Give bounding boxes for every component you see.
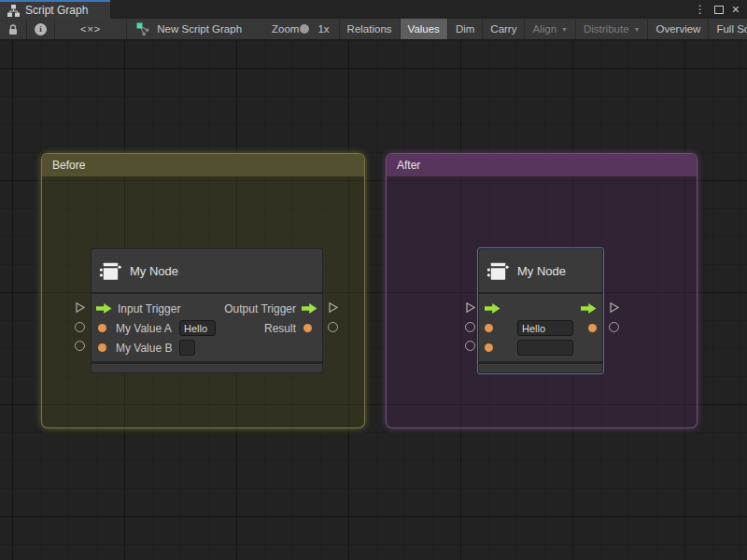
output-trigger-port[interactable] <box>581 303 597 314</box>
code-preview-button[interactable]: <×> <box>55 19 127 39</box>
input-trigger-port[interactable] <box>485 303 500 314</box>
dim-toggle[interactable]: Dim <box>448 19 483 39</box>
result-output-port[interactable] <box>303 324 312 332</box>
graph-toolbar: i <×> New Script Graph Zoom 1x Relations… <box>0 19 747 40</box>
carry-label: Carry <box>490 23 516 35</box>
external-value-port[interactable] <box>465 322 475 332</box>
graph-name-text: New Script Graph <box>157 23 242 35</box>
result-label: Result <box>264 322 296 335</box>
external-trigger-port[interactable] <box>464 301 476 314</box>
value-a-label: My Value A <box>116 322 175 335</box>
node-my-node-before[interactable]: My Node Input Trigger Output Trigger <box>91 248 323 373</box>
value-b-row: My Value B <box>92 338 322 357</box>
values-label: Values <box>408 23 440 35</box>
trigger-row: Input Trigger Output Trigger <box>92 299 322 318</box>
group-before-header[interactable]: Before <box>42 154 364 176</box>
graph-name-label: New Script Graph <box>135 21 242 36</box>
carry-toggle[interactable]: Carry <box>483 19 525 39</box>
overview-button[interactable]: Overview <box>648 19 709 39</box>
chevron-down-icon: ▼ <box>634 26 641 33</box>
fullscreen-button[interactable]: Full Screen <box>709 19 747 39</box>
tab-script-graph[interactable]: Script Graph <box>0 0 110 19</box>
node-after-footer <box>479 364 602 372</box>
window-menu-button[interactable]: ⋮ <box>695 4 706 15</box>
input-trigger-label: Input Trigger <box>118 302 180 315</box>
tab-title: Script Graph <box>25 4 88 17</box>
fullscreen-label: Full Screen <box>716 23 747 35</box>
window-maximize-button[interactable] <box>714 6 724 14</box>
zoom-slider-handle[interactable] <box>300 24 309 34</box>
script-graph-asset-icon <box>135 21 150 36</box>
external-value-port[interactable] <box>328 322 338 332</box>
unit-node-icon <box>486 259 509 283</box>
value-a-field[interactable] <box>517 320 573 336</box>
unit-node-icon <box>98 259 121 283</box>
node-before-body: Input Trigger Output Trigger My Value A … <box>92 294 322 361</box>
value-a-row <box>479 318 602 338</box>
toolbar-toggle-group: Relations Values Dim Carry Align ▼ Distr… <box>339 19 747 39</box>
zoom-value: 1x <box>317 23 329 35</box>
align-label: Align <box>532 23 557 35</box>
node-after-body <box>479 294 602 361</box>
chevron-down-icon: ▼ <box>561 26 568 33</box>
trigger-row <box>479 299 602 318</box>
value-b-row <box>479 338 602 357</box>
relations-toggle[interactable]: Relations <box>340 19 401 39</box>
window-close-button[interactable]: × <box>732 3 740 16</box>
value-b-input-port[interactable] <box>485 343 493 352</box>
script-graph-window: Script Graph ⋮ × i <×> <box>0 0 747 560</box>
output-trigger-port[interactable] <box>302 303 317 314</box>
distribute-dropdown[interactable]: Distribute ▼ <box>576 19 649 39</box>
output-trigger-label: Output Trigger <box>224 302 296 315</box>
graph-canvas[interactable]: Before After My Node <box>0 40 747 560</box>
result-output-port[interactable] <box>588 324 597 332</box>
values-toggle[interactable]: Values <box>401 19 448 39</box>
external-value-port[interactable] <box>465 341 475 351</box>
external-trigger-port[interactable] <box>74 301 86 314</box>
dim-label: Dim <box>456 23 474 35</box>
tab-bar: Script Graph ⋮ × <box>0 0 747 19</box>
value-b-label: My Value B <box>116 342 175 355</box>
node-my-node-after[interactable]: My Node <box>477 247 604 374</box>
graph-hierarchy-icon <box>7 5 20 17</box>
relations-label: Relations <box>347 23 392 35</box>
info-button[interactable]: i <box>27 19 55 39</box>
node-before-footer <box>92 364 322 372</box>
value-b-input-port[interactable] <box>98 343 106 352</box>
node-after-header[interactable]: My Node <box>479 249 602 292</box>
zoom-label: Zoom <box>272 23 299 35</box>
value-a-input-port[interactable] <box>98 324 106 332</box>
group-after-header[interactable]: After <box>387 154 697 176</box>
code-icon: <×> <box>80 23 101 35</box>
external-value-port[interactable] <box>609 322 619 332</box>
value-a-field[interactable] <box>179 320 216 336</box>
node-before-header[interactable]: My Node <box>92 249 322 292</box>
window-controls: ⋮ × <box>695 0 747 19</box>
value-b-field[interactable] <box>179 340 195 356</box>
external-trigger-port[interactable] <box>608 301 620 314</box>
node-title: My Node <box>517 264 566 278</box>
align-dropdown[interactable]: Align ▼ <box>525 19 576 39</box>
value-a-input-port[interactable] <box>485 324 493 332</box>
input-trigger-port[interactable] <box>96 303 112 314</box>
info-icon: i <box>35 23 47 35</box>
node-title: My Node <box>130 264 178 278</box>
value-a-row: My Value A Result <box>92 318 322 338</box>
lock-icon <box>7 23 19 35</box>
distribute-label: Distribute <box>584 23 629 35</box>
group-after-title: After <box>397 159 420 172</box>
group-before-title: Before <box>52 159 85 172</box>
external-trigger-port[interactable] <box>327 301 339 314</box>
external-value-port[interactable] <box>75 341 85 351</box>
external-value-port[interactable] <box>75 322 85 332</box>
overview-label: Overview <box>655 23 700 35</box>
lock-button[interactable] <box>0 19 27 39</box>
value-b-field[interactable] <box>517 340 573 356</box>
